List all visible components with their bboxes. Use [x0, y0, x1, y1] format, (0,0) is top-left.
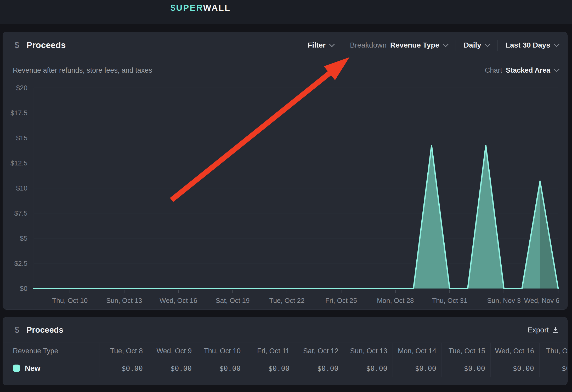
column-header-text: Thu, Oct 17 [546, 347, 568, 355]
value-cell: $0.00 [490, 359, 539, 377]
cell-value: $0.00 [464, 364, 485, 372]
x-axis-label: Wed, Nov 6 [505, 297, 559, 305]
value-cell: $0.00 [99, 359, 148, 377]
proceeds-table-card: $ Proceeds Export Revenue TypeTue, Oct 8… [3, 317, 568, 385]
x-axis-label: Mon, Oct 28 [368, 297, 423, 305]
x-axis-label: Sat, Oct 19 [205, 297, 260, 305]
value-cell: $0.00 [246, 359, 295, 377]
column-header-date: Wed, Oct 9 [148, 343, 197, 359]
cell-value: $0.00 [415, 364, 436, 372]
app-header: $UPERWALL [0, 0, 572, 24]
column-header-text: Revenue Type [13, 347, 58, 355]
cell-value: $0.00 [366, 364, 387, 372]
superwall-logo: $UPERWALL [171, 3, 231, 13]
column-header-text: Sun, Oct 13 [350, 347, 387, 355]
cell-value: $0.00 [562, 364, 568, 372]
column-header-text: Tue, Oct 8 [110, 347, 143, 355]
value-cell: $0.00 [539, 359, 568, 377]
column-header-date: Tue, Oct 15 [441, 343, 490, 359]
column-header-date: Thu, Oct 10 [197, 343, 246, 359]
export-button[interactable]: Export [528, 326, 559, 334]
proceeds-chart-card: $ Proceeds Filter Breakdown Revenue Type… [3, 32, 568, 310]
dashboard-screen: $UPERWALL $ Proceeds Filter Breakdown Re… [0, 0, 572, 392]
row-label-cell: New [3, 359, 99, 377]
cell-value: $0.00 [317, 364, 338, 372]
column-header-date: Wed, Oct 16 [490, 343, 539, 359]
y-axis-label: $10 [6, 184, 27, 192]
column-header-text: Mon, Oct 14 [398, 347, 436, 355]
y-axis-label: $20 [6, 84, 27, 92]
cell-value: $0.00 [513, 364, 534, 372]
cell-value: $0.00 [268, 364, 290, 372]
x-axis-label: Tue, Oct 22 [259, 297, 314, 305]
column-header-text: Tue, Oct 15 [449, 347, 485, 355]
logo-rest-text: WALL [203, 3, 230, 13]
proceeds-table: Revenue TypeTue, Oct 8Wed, Oct 9Thu, Oct… [3, 343, 568, 377]
value-cell: $0.00 [344, 359, 393, 377]
column-header-text: Wed, Oct 9 [156, 347, 192, 355]
stacked-area-chart [3, 32, 568, 310]
x-axis-label: Thu, Oct 10 [42, 297, 97, 305]
x-axis-label: Thu, Oct 31 [422, 297, 477, 305]
column-header-date: Sat, Oct 12 [295, 343, 344, 359]
y-axis-label: $15 [6, 134, 27, 142]
table-card-title: Proceeds [26, 325, 63, 335]
area-fill [34, 146, 558, 289]
value-cell: $0.00 [393, 359, 441, 377]
export-label: Export [528, 326, 549, 334]
series-color-swatch [13, 365, 20, 372]
logo-accent-text: $UPER [171, 3, 203, 13]
value-cell: $0.00 [197, 359, 246, 377]
y-axis-label: $17.5 [6, 109, 27, 117]
column-header-date: Sun, Oct 13 [344, 343, 393, 359]
y-axis-label: $5 [6, 234, 27, 243]
value-cell: $0.00 [441, 359, 490, 377]
column-header-text: Fri, Oct 11 [257, 347, 290, 355]
column-header-text: Thu, Oct 10 [204, 347, 241, 355]
table-header-row: Revenue TypeTue, Oct 8Wed, Oct 9Thu, Oct… [3, 343, 568, 359]
y-axis-label: $0 [6, 285, 27, 293]
x-axis-label: Fri, Oct 25 [314, 297, 369, 305]
cell-value: $0.00 [171, 364, 192, 372]
x-axis-label: Wed, Oct 16 [151, 297, 206, 305]
column-header-date: Thu, Oct 17 [539, 343, 568, 359]
dollar-icon: $ [15, 325, 19, 335]
column-header-text: Wed, Oct 16 [495, 347, 534, 355]
column-header-date: Fri, Oct 11 [246, 343, 295, 359]
column-header-revenue-type: Revenue Type [3, 343, 99, 359]
column-header-date: Tue, Oct 8 [99, 343, 148, 359]
cell-value: $0.00 [219, 364, 241, 372]
y-axis-label: $7.5 [6, 209, 27, 217]
x-axis-label: Sun, Oct 13 [97, 297, 152, 305]
column-header-date: Mon, Oct 14 [393, 343, 441, 359]
y-axis-label: $12.5 [6, 159, 27, 167]
value-cell: $0.00 [148, 359, 197, 377]
value-cell: $0.00 [295, 359, 344, 377]
column-header-text: Sat, Oct 12 [303, 347, 338, 355]
y-axis-label: $2.5 [6, 260, 27, 268]
table-row: New$0.00$0.00$0.00$0.00$0.00$0.00$0.00$0… [3, 359, 568, 377]
table-card-header: $ Proceeds Export [3, 317, 567, 343]
cell-value: $0.00 [122, 364, 143, 372]
row-label: New [25, 364, 41, 373]
download-icon [552, 327, 559, 333]
